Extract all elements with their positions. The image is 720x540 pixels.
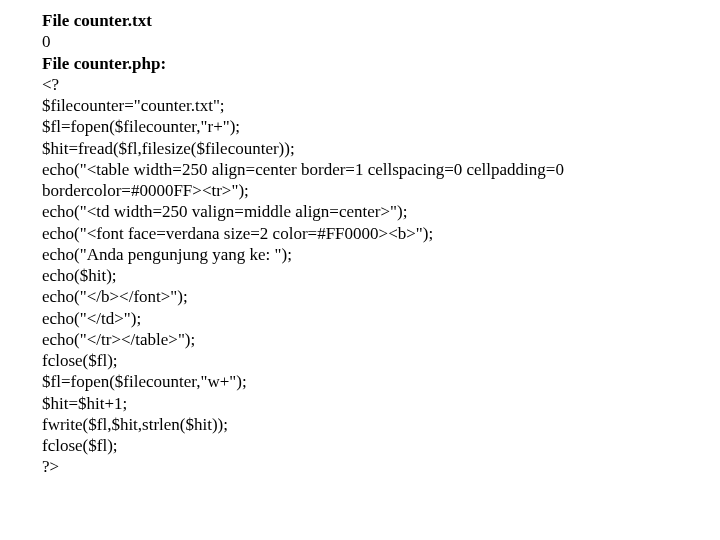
code-line-7: echo("<table width=250 align=center bord…: [42, 159, 682, 202]
code-line-16: $fl=fopen($filecounter,"w+");: [42, 371, 682, 392]
code-line-12: echo("</b></font>");: [42, 286, 682, 307]
code-listing: File counter.txt0File counter.php:<?$fil…: [0, 0, 682, 478]
code-line-4: $filecounter="counter.txt";: [42, 95, 682, 116]
code-line-0: File counter.txt: [42, 10, 682, 31]
code-line-19: fclose($fl);: [42, 435, 682, 456]
code-line-9: echo("<font face=verdana size=2 color=#F…: [42, 223, 682, 244]
code-line-15: fclose($fl);: [42, 350, 682, 371]
code-line-10: echo("Anda pengunjung yang ke: ");: [42, 244, 682, 265]
code-line-1: 0: [42, 31, 682, 52]
code-line-20: ?>: [42, 456, 682, 477]
code-line-3: <?: [42, 74, 682, 95]
code-line-14: echo("</tr></table>");: [42, 329, 682, 350]
code-line-17: $hit=$hit+1;: [42, 393, 682, 414]
code-line-5: $fl=fopen($filecounter,"r+");: [42, 116, 682, 137]
code-line-2: File counter.php:: [42, 53, 682, 74]
code-line-13: echo("</td>");: [42, 308, 682, 329]
code-line-8: echo("<td width=250 valign=middle align=…: [42, 201, 682, 222]
code-line-6: $hit=fread($fl,filesize($filecounter));: [42, 138, 682, 159]
code-line-18: fwrite($fl,$hit,strlen($hit));: [42, 414, 682, 435]
code-line-11: echo($hit);: [42, 265, 682, 286]
